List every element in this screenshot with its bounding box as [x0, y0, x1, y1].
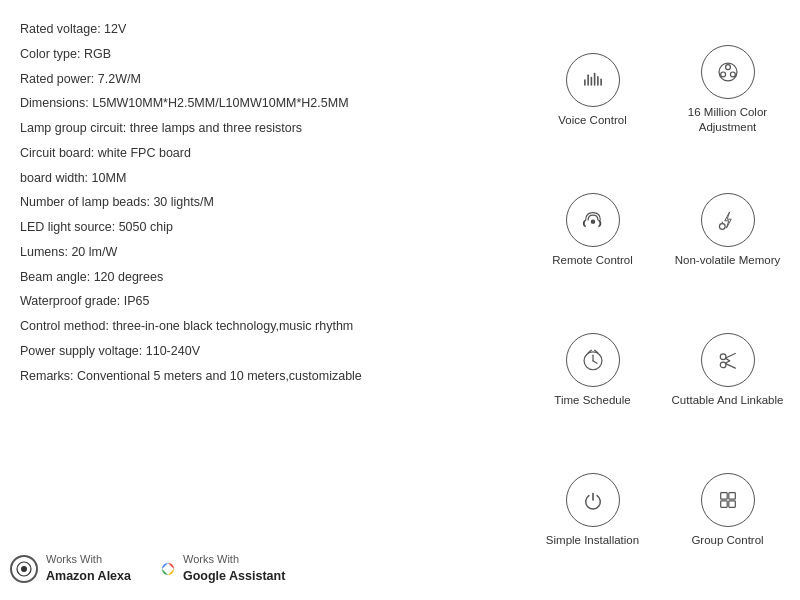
svg-rect-28	[720, 500, 727, 507]
svg-point-7	[725, 65, 730, 70]
svg-point-8	[730, 72, 735, 77]
svg-line-24	[725, 358, 729, 360]
svg-rect-27	[728, 492, 735, 499]
feature-cuttable: Cuttable And Linkable	[660, 300, 795, 440]
google-icon	[161, 562, 175, 576]
svg-point-9	[720, 72, 725, 77]
spec-waterproof: Waterproof grade: IP65	[20, 292, 500, 311]
svg-point-33	[165, 566, 171, 572]
feature-simple-installation: Simple Installation	[525, 440, 660, 580]
svg-rect-29	[728, 500, 735, 507]
spec-board-width: board width: 10MM	[20, 169, 500, 188]
svg-point-13	[719, 223, 725, 229]
spec-power-voltage: Power supply voltage: 110-240V	[20, 342, 500, 361]
feature-color-adjustment: 16 Million Color Adjustment	[660, 20, 795, 160]
svg-text:): )	[598, 218, 600, 226]
compatibility-badges: Works With Amazon Alexa Works With Googl…	[10, 552, 285, 585]
google-badge: Works With Google Assistant	[161, 552, 285, 585]
svg-point-10	[591, 220, 594, 223]
svg-line-25	[725, 360, 729, 362]
spec-remarks: Remarks: Conventional 5 meters and 10 me…	[20, 367, 500, 386]
group-control-icon	[701, 473, 755, 527]
color-adjustment-label: 16 Million Color Adjustment	[665, 105, 790, 135]
google-text: Works With Google Assistant	[183, 552, 285, 585]
remote-control-label: Remote Control	[552, 253, 633, 268]
spec-dimensions: Dimensions: L5MW10MM*H2.5MM/L10MW10MM*H2…	[20, 94, 500, 113]
alexa-text: Works With Amazon Alexa	[46, 552, 131, 585]
alexa-icon	[10, 555, 38, 583]
group-control-label: Group Control	[691, 533, 763, 548]
spec-lamp-beads: Number of lamp beads: 30 lights/M	[20, 193, 500, 212]
remote-control-icon: ( )	[566, 193, 620, 247]
spec-beam-angle: Beam angle: 120 degrees	[20, 268, 500, 287]
simple-installation-icon	[566, 473, 620, 527]
voice-control-label: Voice Control	[558, 113, 626, 128]
memory-label: Non-volatile Memory	[675, 253, 780, 268]
time-schedule-label: Time Schedule	[554, 393, 630, 408]
svg-rect-26	[720, 492, 727, 499]
feature-remote-control: ( ) Remote Control	[525, 160, 660, 300]
svg-line-23	[725, 363, 735, 367]
simple-installation-label: Simple Installation	[546, 533, 639, 548]
features-panel: Voice Control 16 Million Color Adjustmen…	[520, 10, 800, 590]
spec-rated-voltage: Rated voltage: 12V	[20, 20, 500, 39]
spec-control-method: Control method: three-in-one black techn…	[20, 317, 500, 336]
feature-memory: Non-volatile Memory	[660, 160, 795, 300]
memory-icon	[701, 193, 755, 247]
spec-lumens: Lumens: 20 lm/W	[20, 243, 500, 262]
svg-line-17	[593, 360, 597, 362]
cuttable-label: Cuttable And Linkable	[672, 393, 784, 408]
feature-group-control: Group Control	[660, 440, 795, 580]
spec-circuit-board: Circuit board: white FPC board	[20, 144, 500, 163]
svg-text:(: (	[583, 218, 585, 226]
color-adjustment-icon	[701, 45, 755, 99]
spec-color-type: Color type: RGB	[20, 45, 500, 64]
alexa-badge: Works With Amazon Alexa	[10, 552, 131, 585]
cuttable-icon	[701, 333, 755, 387]
spec-led-source: LED light source: 5050 chip	[20, 218, 500, 237]
specs-panel: Rated voltage: 12V Color type: RGB Rated…	[0, 10, 520, 590]
feature-voice-control: Voice Control	[525, 20, 660, 160]
svg-point-31	[21, 566, 27, 572]
voice-control-icon	[566, 53, 620, 107]
time-schedule-icon	[566, 333, 620, 387]
spec-rated-power: Rated power: 7.2W/M	[20, 70, 500, 89]
feature-time-schedule: Time Schedule	[525, 300, 660, 440]
spec-lamp-group: Lamp group circuit: three lamps and thre…	[20, 119, 500, 138]
svg-line-22	[725, 353, 735, 357]
